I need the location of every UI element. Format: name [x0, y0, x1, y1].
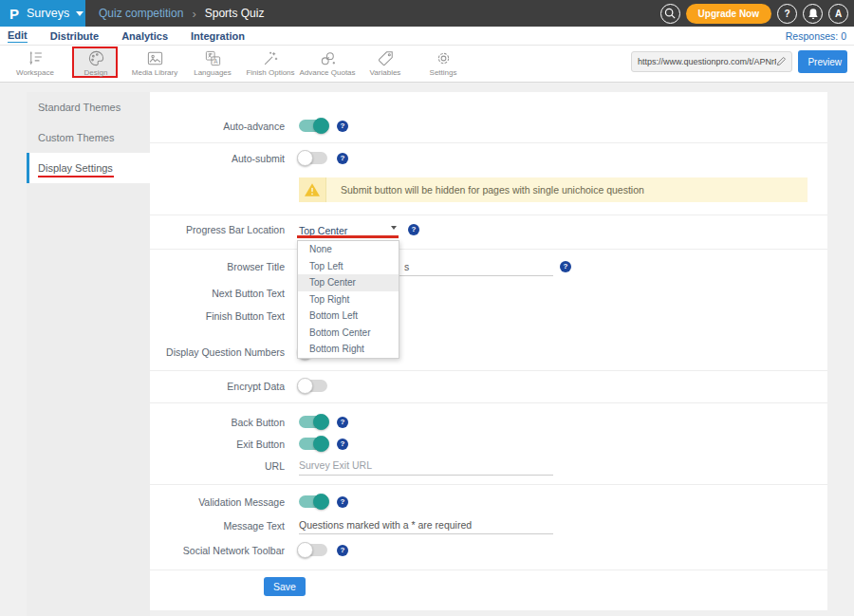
toolbar-item-workspace[interactable]: Workspace	[5, 49, 65, 77]
toolbar-item-advance-quotas[interactable]: Advance Quotas	[297, 49, 358, 77]
divider	[150, 402, 827, 403]
menu-option-none[interactable]: None	[298, 241, 399, 258]
display-settings-panel: Auto-advance ? Auto-submit ? Submit butt…	[150, 92, 827, 610]
advance-quotas-icon	[319, 49, 337, 67]
toolbar-item-variables[interactable]: Variables	[355, 49, 416, 77]
annotation-progress-bar-underline	[297, 235, 399, 238]
divider	[150, 370, 827, 371]
toolbar-item-media-library[interactable]: Media Library	[124, 49, 185, 77]
exit-url-label: URL	[150, 460, 285, 472]
encrypt-data-label: Encrypt Data	[150, 381, 285, 392]
variables-icon	[377, 49, 395, 67]
message-text-value: Questions marked with a * are required	[299, 519, 472, 531]
auto-advance-label: Auto-advance	[150, 121, 285, 132]
display-question-numbers-label: Display Question Numbers	[150, 346, 285, 358]
surveys-menu[interactable]: P Surveys	[0, 0, 85, 27]
social-network-toolbar-help-icon[interactable]: ?	[337, 545, 348, 556]
auto-submit-toggle[interactable]	[299, 152, 327, 164]
breadcrumb: Quiz competition › Sports Quiz	[99, 0, 264, 27]
back-button-toggle[interactable]	[299, 416, 327, 428]
exit-button-toggle[interactable]	[299, 438, 327, 450]
save-button[interactable]: Save	[264, 577, 306, 596]
divider	[150, 142, 827, 143]
sidebar-item-display-settings[interactable]: Display Settings	[27, 153, 150, 183]
design-toolbar: Workspace Design Media Library A Languag…	[0, 46, 854, 83]
workspace-icon	[27, 49, 45, 67]
survey-url-field[interactable]: https://www.questionpro.com/t/APNrFZ	[631, 51, 792, 72]
menu-option-bottom-left[interactable]: Bottom Left	[298, 308, 399, 325]
message-text-label: Message Text	[150, 520, 285, 532]
encrypt-data-toggle[interactable]	[299, 380, 327, 392]
auto-submit-help-icon[interactable]: ?	[337, 153, 348, 164]
validation-message-toggle[interactable]	[299, 495, 327, 508]
browser-title-label: Browser Title	[150, 261, 285, 272]
back-button-help-icon[interactable]: ?	[337, 417, 348, 428]
breadcrumb-parent[interactable]: Quiz competition	[99, 7, 183, 20]
divider	[150, 484, 827, 485]
progress-bar-location-menu: None Top Left Top Center Top Right Botto…	[297, 240, 399, 359]
tab-analytics[interactable]: Analytics	[121, 30, 168, 42]
edit-url-pencil-icon[interactable]	[776, 53, 787, 70]
exit-url-input[interactable]	[299, 475, 553, 476]
menu-option-top-left[interactable]: Top Left	[298, 258, 399, 275]
chevron-down-icon	[76, 11, 84, 16]
notifications-bell-icon[interactable]	[803, 4, 823, 24]
menu-option-bottom-right[interactable]: Bottom Right	[298, 341, 399, 358]
exit-url-placeholder: Survey Exit URL	[299, 459, 372, 471]
finish-options-icon	[262, 49, 280, 67]
svg-text:A: A	[214, 58, 218, 65]
languages-icon: A	[204, 49, 222, 67]
warning-triangle-icon	[304, 182, 321, 197]
progress-bar-help-icon[interactable]: ?	[408, 224, 419, 235]
avatar[interactable]: A	[828, 4, 848, 24]
browser-title-value-fragment: s	[404, 261, 409, 272]
survey-subnav: Edit Distribute Analytics Integration Re…	[0, 27, 854, 46]
menu-option-bottom-center[interactable]: Bottom Center	[298, 325, 399, 342]
message-text-input[interactable]	[299, 533, 553, 534]
menu-option-top-center[interactable]: Top Center	[298, 274, 399, 291]
auto-submit-label: Auto-submit	[150, 153, 285, 164]
sidebar-item-custom-themes[interactable]: Custom Themes	[27, 122, 150, 153]
search-icon[interactable]	[660, 4, 680, 24]
divider	[150, 249, 827, 250]
breadcrumb-separator-icon: ›	[192, 7, 195, 21]
tab-distribute[interactable]: Distribute	[50, 30, 99, 42]
app-root: P Surveys Quiz competition › Sports Quiz…	[0, 0, 854, 616]
auto-advance-toggle[interactable]	[299, 120, 327, 132]
finish-button-text-label: Finish Button Text	[150, 310, 285, 322]
social-network-toolbar-toggle[interactable]	[299, 544, 327, 556]
toolbar-item-design[interactable]: Design	[65, 49, 126, 77]
questionpro-logo: P	[9, 6, 19, 22]
sidebar-item-standard-themes[interactable]: Standard Themes	[27, 92, 150, 122]
toolbar-item-finish-options[interactable]: Finish Options	[240, 49, 301, 77]
preview-button[interactable]: Preview	[798, 50, 847, 73]
survey-url-value: https://www.questionpro.com/t/APNrFZ	[638, 57, 776, 66]
topbar-actions: Upgrade Now ? A	[660, 0, 848, 27]
exit-button-help-icon[interactable]: ?	[337, 439, 348, 450]
browser-title-help-icon[interactable]: ?	[560, 261, 571, 272]
back-button-label: Back Button	[150, 417, 285, 428]
design-icon	[87, 49, 105, 67]
breadcrumb-current: Sports Quiz	[205, 7, 265, 20]
validation-message-help-icon[interactable]: ?	[337, 496, 348, 508]
surveys-label: Surveys	[27, 7, 69, 20]
tab-integration[interactable]: Integration	[191, 30, 245, 42]
warning-banner: Submit button will be hidden for pages w…	[299, 177, 808, 202]
progress-bar-location-select[interactable]: Top Center	[299, 221, 399, 235]
tab-edit[interactable]: Edit	[8, 29, 28, 43]
upgrade-now-button[interactable]: Upgrade Now	[686, 4, 771, 24]
themes-sidebar: Standard Themes Custom Themes Display Se…	[27, 92, 150, 616]
next-button-text-label: Next Button Text	[150, 288, 285, 299]
warning-text: Submit button will be hidden for pages w…	[341, 177, 644, 202]
auto-advance-help-icon[interactable]: ?	[337, 121, 348, 132]
menu-option-top-right[interactable]: Top Right	[298, 291, 399, 308]
toolbar-item-settings[interactable]: Settings	[413, 49, 473, 77]
select-caret-icon	[391, 226, 397, 230]
help-icon[interactable]: ?	[777, 4, 797, 24]
toolbar-item-languages[interactable]: A Languages	[182, 49, 243, 77]
divider	[150, 215, 827, 215]
annotation-display-settings-underline	[38, 176, 114, 177]
progress-bar-location-label: Progress Bar Location	[150, 224, 285, 235]
top-bar: P Surveys Quiz competition › Sports Quiz…	[0, 0, 854, 27]
responses-count: Responses: 0	[786, 30, 846, 42]
